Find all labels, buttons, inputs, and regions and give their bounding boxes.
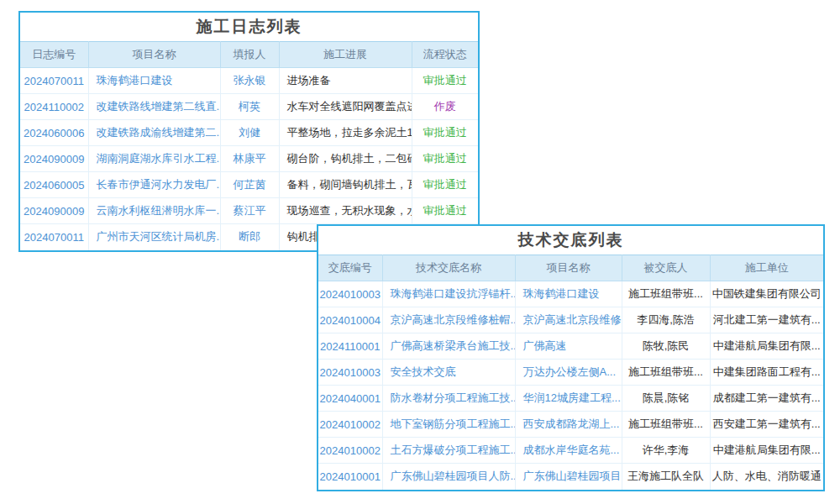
disclosure-project-link[interactable]: 华润12城房建工程... bbox=[515, 386, 622, 412]
disclosure-col-header-receiver: 被交底人 bbox=[622, 255, 710, 281]
disclosure-code-link[interactable]: 2024010002 bbox=[318, 438, 382, 464]
log-col-header-reporter: 填报人 bbox=[220, 42, 279, 68]
table-row: 2024110002 改建铁路线增建第二线直... 柯英 水车对全线遮阳网覆盖点… bbox=[20, 94, 478, 120]
disclosure-receiver-cell: 王海施工队全队 bbox=[622, 464, 710, 490]
log-code-link[interactable]: 2024090009 bbox=[20, 146, 88, 172]
table-row: 2024040001 防水卷材分项工程施工技... 华润12城房建工程... 陈… bbox=[318, 386, 823, 412]
log-col-header-code: 日志编号 bbox=[20, 42, 88, 68]
disclosure-code-link[interactable]: 2024040001 bbox=[318, 386, 382, 412]
technical-disclosure-table-title: 技术交底列表 bbox=[318, 226, 823, 255]
disclosure-name-link[interactable]: 珠海鹤港口建设抗浮锚杆... bbox=[382, 281, 515, 307]
disclosure-col-header-name: 技术交底名称 bbox=[382, 255, 515, 281]
disclosure-project-link[interactable]: 广佛高速 bbox=[515, 333, 622, 360]
log-project-link[interactable]: 云南水利枢纽潜明水库一... bbox=[88, 198, 220, 224]
table-row: 2024090009 湖南洞庭湖水库引水工程... 林康平 砌台阶，钩机排土，二… bbox=[20, 146, 478, 172]
table-row: 2024010001 广东佛山碧桂园项目人防... 广东佛山碧桂园项目 王海施工… bbox=[318, 464, 823, 490]
disclosure-unit-cell: 中建港航局集团有限... bbox=[710, 438, 823, 464]
log-progress-cell: 进场准备 bbox=[279, 68, 412, 94]
disclosure-name-link[interactable]: 土石方爆破分项工程施工... bbox=[382, 438, 515, 464]
log-project-link[interactable]: 湖南洞庭湖水库引水工程... bbox=[88, 146, 220, 172]
disclosure-col-header-project: 项目名称 bbox=[515, 255, 622, 281]
log-reporter-link[interactable]: 断郎 bbox=[220, 224, 279, 250]
disclosure-code-link[interactable]: 2024110001 bbox=[318, 333, 382, 360]
table-row: 2024010003 安全技术交底 万达办公楼左侧A... 施工班组带班... … bbox=[318, 360, 823, 386]
status-badge: 作废 bbox=[412, 94, 478, 120]
disclosure-project-link[interactable]: 京沪高速北京段维修 bbox=[515, 307, 622, 333]
disclosure-col-header-code: 交底编号 bbox=[318, 255, 382, 281]
table-row: 2024010004 京沪高速北京段维修桩帽... 京沪高速北京段维修 李四海,… bbox=[318, 307, 823, 333]
log-col-header-progress: 施工进展 bbox=[279, 42, 412, 68]
disclosure-receiver-cell: 施工班组带班... bbox=[622, 360, 710, 386]
log-project-link[interactable]: 改建铁路成渝线增建第二... bbox=[88, 120, 220, 146]
disclosure-receiver-cell: 许华,李海 bbox=[622, 438, 710, 464]
disclosure-unit-cell: 中建港航局集团有限... bbox=[710, 333, 823, 360]
log-col-header-status: 流程状态 bbox=[412, 42, 478, 68]
disclosure-unit-cell: 中国铁建集团有限公司 bbox=[710, 281, 823, 307]
disclosure-name-link[interactable]: 安全技术交底 bbox=[382, 360, 515, 386]
status-badge: 审批通过 bbox=[412, 146, 478, 172]
disclosure-receiver-cell: 施工班组带班... bbox=[622, 412, 710, 438]
disclosure-receiver-cell: 陈晨,陈铭 bbox=[622, 386, 710, 412]
table-row: 2024010003 珠海鹤港口建设抗浮锚杆... 珠海鹤港口建设 施工班组带班… bbox=[318, 281, 823, 307]
disclosure-name-link[interactable]: 广东佛山碧桂园项目人防... bbox=[382, 464, 515, 490]
disclosure-unit-cell: 中建集团路面工程有... bbox=[710, 360, 823, 386]
table-row: 2024110001 广佛高速桥梁承台施工技... 广佛高速 陈牧,陈民 中建港… bbox=[318, 333, 823, 360]
log-code-link[interactable]: 2024070011 bbox=[20, 224, 88, 250]
log-reporter-link[interactable]: 何芷茵 bbox=[220, 172, 279, 198]
log-reporter-link[interactable]: 刘健 bbox=[220, 120, 279, 146]
disclosure-name-link[interactable]: 京沪高速北京段维修桩帽... bbox=[382, 307, 515, 333]
disclosure-code-link[interactable]: 2024010001 bbox=[318, 464, 382, 490]
disclosure-code-link[interactable]: 2024010002 bbox=[318, 412, 382, 438]
disclosure-project-link[interactable]: 珠海鹤港口建设 bbox=[515, 281, 622, 307]
log-progress-cell: 水车对全线遮阳网覆盖点进... bbox=[279, 94, 412, 120]
disclosure-code-link[interactable]: 2024010003 bbox=[318, 360, 382, 386]
table-row: 2024010002 土石方爆破分项工程施工... 成都水岸华庭名苑... 许华… bbox=[318, 438, 823, 464]
construction-log-table-title: 施工日志列表 bbox=[20, 13, 478, 41]
disclosure-receiver-cell: 施工班组带班... bbox=[622, 281, 710, 307]
log-reporter-link[interactable]: 张永银 bbox=[220, 68, 279, 94]
log-reporter-link[interactable]: 蔡江平 bbox=[220, 198, 279, 224]
status-badge: 审批通过 bbox=[412, 198, 478, 224]
disclosure-unit-cell: 西安建工第一建筑有... bbox=[710, 412, 823, 438]
disclosure-header-row: 交底编号 技术交底名称 项目名称 被交底人 施工单位 bbox=[318, 255, 823, 281]
technical-disclosure-table: 交底编号 技术交底名称 项目名称 被交底人 施工单位 2024010003 珠海… bbox=[318, 255, 823, 490]
disclosure-code-link[interactable]: 2024010003 bbox=[318, 281, 382, 307]
log-project-link[interactable]: 广州市天河区统计局机房... bbox=[88, 224, 220, 250]
log-progress-cell: 平整场地，拉走多余泥土15... bbox=[279, 120, 412, 146]
status-badge: 审批通过 bbox=[412, 68, 478, 94]
table-row: 2024010002 地下室钢筋分项工程施工... 西安成都路龙湖上... 施工… bbox=[318, 412, 823, 438]
status-badge: 审批通过 bbox=[412, 120, 478, 146]
table-row: 2024060005 长春市伊通河水力发电厂... 何芷茵 备料，砌间墙钩机排土… bbox=[20, 172, 478, 198]
table-row: 2024090009 云南水利枢纽潜明水库一... 蔡江平 现场巡查，无积水现象… bbox=[20, 198, 478, 224]
disclosure-project-link[interactable]: 万达办公楼左侧A... bbox=[515, 360, 622, 386]
disclosure-receiver-cell: 陈牧,陈民 bbox=[622, 333, 710, 360]
log-code-link[interactable]: 2024070011 bbox=[20, 68, 88, 94]
disclosure-name-link[interactable]: 防水卷材分项工程施工技... bbox=[382, 386, 515, 412]
log-project-link[interactable]: 改建铁路线增建第二线直... bbox=[88, 94, 220, 120]
disclosure-project-link[interactable]: 广东佛山碧桂园项目 bbox=[515, 464, 622, 490]
disclosure-name-link[interactable]: 地下室钢筋分项工程施工... bbox=[382, 412, 515, 438]
technical-disclosure-table-panel: 技术交底列表 交底编号 技术交底名称 项目名称 被交底人 施工单位 202401… bbox=[317, 224, 825, 491]
disclosure-code-link[interactable]: 2024010004 bbox=[318, 307, 382, 333]
log-header-row: 日志编号 项目名称 填报人 施工进展 流程状态 bbox=[20, 42, 478, 68]
disclosure-project-link[interactable]: 西安成都路龙湖上... bbox=[515, 412, 622, 438]
log-project-link[interactable]: 珠海鹤港口建设 bbox=[88, 68, 220, 94]
log-code-link[interactable]: 2024060006 bbox=[20, 120, 88, 146]
construction-log-table: 日志编号 项目名称 填报人 施工进展 流程状态 2024070011 珠海鹤港口… bbox=[20, 41, 478, 250]
log-progress-cell: 砌台阶，钩机排土，二包砌... bbox=[279, 146, 412, 172]
disclosure-unit-cell: 成都建工第一建筑有... bbox=[710, 386, 823, 412]
construction-log-table-panel: 施工日志列表 日志编号 项目名称 填报人 施工进展 流程状态 202407001… bbox=[18, 11, 480, 252]
table-row: 2024070011 珠海鹤港口建设 张永银 进场准备 审批通过 bbox=[20, 68, 478, 94]
disclosure-receiver-cell: 李四海,陈浩 bbox=[622, 307, 710, 333]
disclosure-project-link[interactable]: 成都水岸华庭名苑... bbox=[515, 438, 622, 464]
log-project-link[interactable]: 长春市伊通河水力发电厂... bbox=[88, 172, 220, 198]
log-code-link[interactable]: 2024110002 bbox=[20, 94, 88, 120]
disclosure-name-link[interactable]: 广佛高速桥梁承台施工技... bbox=[382, 333, 515, 360]
log-reporter-link[interactable]: 柯英 bbox=[220, 94, 279, 120]
disclosure-col-header-unit: 施工单位 bbox=[710, 255, 823, 281]
log-code-link[interactable]: 2024090009 bbox=[20, 198, 88, 224]
disclosure-unit-cell: 河北建工第一建筑有... bbox=[710, 307, 823, 333]
status-badge: 审批通过 bbox=[412, 172, 478, 198]
log-reporter-link[interactable]: 林康平 bbox=[220, 146, 279, 172]
log-code-link[interactable]: 2024060005 bbox=[20, 172, 88, 198]
